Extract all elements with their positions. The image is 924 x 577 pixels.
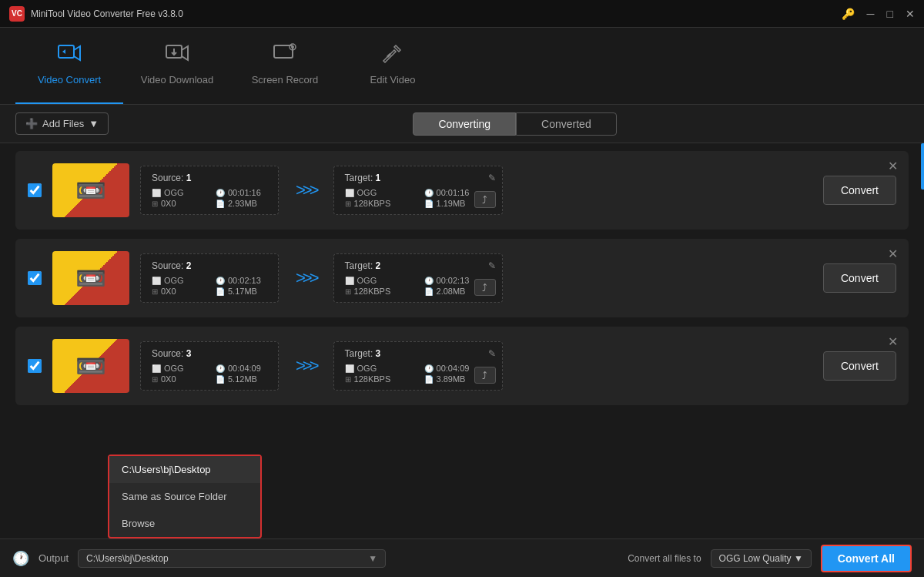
video-download-icon <box>165 42 189 69</box>
target-box-3: ✎ Target: 3 ⬜OGG 🕐00:04:09 ⊞128KBPS 📄3.8… <box>333 341 503 391</box>
source-duration-3: 🕐00:04:09 <box>216 364 267 373</box>
nav-screen-record[interactable]: Screen Record <box>231 28 339 104</box>
convert-button-3[interactable]: Convert <box>823 351 896 381</box>
target-header-2: Target: 2 <box>345 260 491 271</box>
file-card-2: ✕ 📼 Source: 2 ⬜OGG 🕐00:02:13 ⊞0X0 <box>15 239 909 317</box>
svg-rect-0 <box>59 45 74 58</box>
file-checkbox-1[interactable] <box>28 183 42 197</box>
source-format-2: ⬜OGG <box>152 276 203 285</box>
toolbar: ➕ Add Files ▼ Converting Converted <box>0 105 924 143</box>
target-format-1: ⬜OGG <box>345 188 412 197</box>
convert-all-button[interactable]: Convert All <box>821 545 912 572</box>
target-header-3: Target: 3 <box>345 348 491 359</box>
format-option-text: OGG Low Quality <box>719 553 792 564</box>
browse-output-1[interactable]: ⤴ <box>474 191 496 208</box>
convert-all-label: Convert all files to <box>628 553 701 564</box>
file-card-1: ✕ 📼 Source: 1 ⬜OGG 🕐00:01:16 ⊞0X0 <box>15 151 909 230</box>
output-path-chevron: ▼ <box>368 553 377 564</box>
source-size-3: 📄5.12MB <box>216 374 267 384</box>
format-chevron: ▼ <box>794 553 803 564</box>
source-size-2: 📄5.17MB <box>216 287 267 296</box>
target-bitrate-3: ⊞128KBPS <box>345 374 412 384</box>
close-file-2[interactable]: ✕ <box>888 247 898 261</box>
add-files-label: Add Files <box>42 118 84 129</box>
tab-converted[interactable]: Converted <box>516 112 617 136</box>
format-select[interactable]: OGG Low Quality ▼ <box>711 549 812 568</box>
minimize-icon[interactable]: ─ <box>867 8 875 20</box>
scroll-indicator <box>921 143 924 190</box>
nav-edit-video[interactable]: Edit Video <box>339 28 447 104</box>
source-number-3: 3 <box>186 348 192 359</box>
file-card-3: ✕ 📼 Source: 3 ⬜OGG 🕐00:04:09 ⊞0X0 <box>15 327 909 405</box>
output-path-selector[interactable]: C:\Users\bj\Desktop ▼ <box>78 549 386 568</box>
edit-target-1[interactable]: ✎ <box>488 173 496 183</box>
source-header-1: Source: 1 <box>152 173 267 183</box>
screen-record-icon <box>273 42 297 69</box>
svg-point-4 <box>291 45 294 49</box>
browse-output-2[interactable]: ⤴ <box>474 279 496 296</box>
edit-video-icon <box>380 42 405 69</box>
target-box-1: ✎ Target: 1 ⬜OGG 🕐00:01:16 ⊞128KBPS 📄1.1… <box>333 166 503 215</box>
output-icon: 🕐 <box>12 550 29 567</box>
source-box-3: Source: 3 ⬜OGG 🕐00:04:09 ⊞0X0 📄5.12MB <box>140 341 279 391</box>
browse-output-3[interactable]: ⤴ <box>474 367 496 384</box>
target-bitrate-2: ⊞128KBPS <box>345 287 412 296</box>
source-duration-1: 🕐00:01:16 <box>216 188 267 197</box>
nav-video-convert-label: Video Convert <box>38 74 101 86</box>
source-duration-2: 🕐00:02:13 <box>216 276 267 285</box>
source-format-3: ⬜OGG <box>152 364 203 373</box>
top-nav: Video Convert Video Download Screen Reco… <box>0 28 924 105</box>
window-controls: 🔑 ─ □ ✕ <box>842 8 915 20</box>
convert-button-1[interactable]: Convert <box>823 176 896 205</box>
add-files-chevron: ▼ <box>89 118 99 129</box>
nav-video-download-label: Video Download <box>141 74 213 86</box>
source-resolution-1: ⊞0X0 <box>152 199 203 208</box>
source-header-3: Source: 3 <box>152 348 267 359</box>
source-number-1: 1 <box>186 173 192 183</box>
file-checkbox-3[interactable] <box>28 359 42 373</box>
arrow-icon-2: >>> <box>290 268 323 288</box>
nav-video-convert[interactable]: Video Convert <box>15 28 123 104</box>
add-files-button[interactable]: ➕ Add Files ▼ <box>15 112 109 135</box>
convert-button-2[interactable]: Convert <box>823 263 896 293</box>
settings-icon[interactable]: 🔑 <box>842 8 855 20</box>
arrow-icon-1: >>> <box>290 180 323 200</box>
target-number-2: 2 <box>376 260 381 271</box>
target-format-2: ⬜OGG <box>345 276 412 285</box>
output-label: Output <box>38 552 69 564</box>
close-file-1[interactable]: ✕ <box>888 159 898 173</box>
target-number-1: 1 <box>376 173 381 183</box>
target-number-3: 3 <box>376 348 381 359</box>
source-resolution-3: ⊞0X0 <box>152 374 203 384</box>
cassette-icon-1: 📼 <box>75 176 106 205</box>
edit-target-2[interactable]: ✎ <box>488 260 496 271</box>
target-bitrate-1: ⊞128KBPS <box>345 199 412 208</box>
thumbnail-2: 📼 <box>52 251 129 305</box>
arrow-icon-3: >>> <box>290 356 323 376</box>
close-file-3[interactable]: ✕ <box>888 334 898 349</box>
close-icon[interactable]: ✕ <box>906 8 915 20</box>
dropdown-item-desktop[interactable]: C:\Users\bj\Desktop <box>109 456 260 483</box>
source-box-1: Source: 1 ⬜OGG 🕐00:01:16 ⊞0X0 📄2.93MB <box>140 166 279 215</box>
edit-target-3[interactable]: ✎ <box>488 348 496 359</box>
bottombar: 🕐 Output C:\Users\bj\Desktop ▼ Convert a… <box>0 538 924 577</box>
source-box-2: Source: 2 ⬜OGG 🕐00:02:13 ⊞0X0 📄5.17MB <box>140 253 279 303</box>
dropdown-item-source[interactable]: Same as Source Folder <box>109 483 260 510</box>
file-checkbox-2[interactable] <box>28 271 42 285</box>
app-logo: VC <box>9 6 25 22</box>
dropdown-item-browse[interactable]: Browse <box>109 510 260 537</box>
nav-video-download[interactable]: Video Download <box>123 28 231 104</box>
app-title: MiniTool Video Converter Free v3.8.0 <box>31 8 842 19</box>
target-format-3: ⬜OGG <box>345 364 412 373</box>
source-resolution-2: ⊞0X0 <box>152 287 203 296</box>
target-box-2: ✎ Target: 2 ⬜OGG 🕐00:02:13 ⊞128KBPS 📄2.0… <box>333 253 503 303</box>
nav-edit-video-label: Edit Video <box>370 74 415 86</box>
add-icon: ➕ <box>25 118 38 129</box>
source-header-2: Source: 2 <box>152 260 267 271</box>
tab-converting[interactable]: Converting <box>413 112 516 136</box>
target-header-1: Target: 1 <box>345 173 491 183</box>
output-path-text: C:\Users\bj\Desktop <box>86 553 169 564</box>
titlebar: VC MiniTool Video Converter Free v3.8.0 … <box>0 0 924 28</box>
cassette-icon-3: 📼 <box>75 351 106 381</box>
maximize-icon[interactable]: □ <box>887 8 893 20</box>
